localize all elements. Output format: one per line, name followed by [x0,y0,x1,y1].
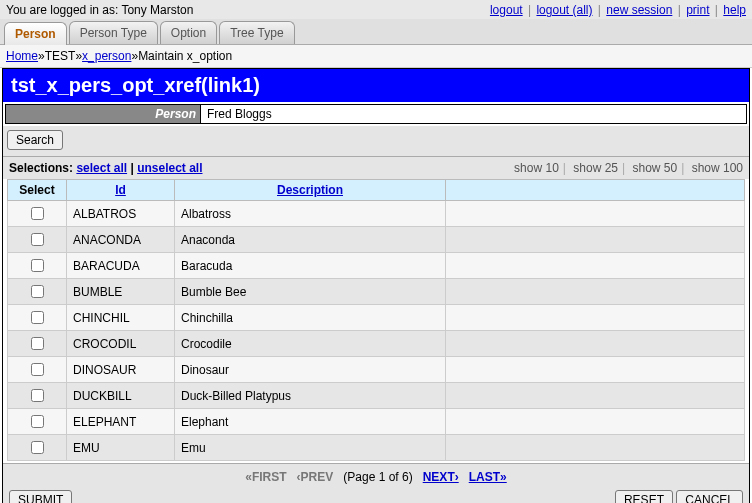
row-id: EMU [67,435,175,461]
row-extra [446,227,745,253]
pager-page: (Page 1 of 6) [343,470,412,484]
row-checkbox[interactable] [31,415,44,428]
table-row: DINOSAURDinosaur [8,357,745,383]
selections-label: Selections: [9,161,73,175]
show-25[interactable]: show 25 [573,161,618,175]
row-checkbox[interactable] [31,259,44,272]
row-id: BARACUDA [67,253,175,279]
table-row: CROCODILCrocodile [8,331,745,357]
reset-button[interactable]: RESET [615,490,673,503]
table-row: DUCKBILLDuck-Billed Platypus [8,383,745,409]
submit-button[interactable]: SUBMIT [9,490,72,503]
row-checkbox[interactable] [31,311,44,324]
table-row: ANACONDAAnaconda [8,227,745,253]
row-extra [446,253,745,279]
row-extra [446,331,745,357]
row-extra [446,409,745,435]
table-row: EMUEmu [8,435,745,461]
row-description: Albatross [175,201,446,227]
tab-option[interactable]: Option [160,21,217,44]
show-50[interactable]: show 50 [632,161,677,175]
breadcrumb: Home»TEST»x_person»Maintain x_option [0,45,752,68]
row-checkbox[interactable] [31,441,44,454]
person-label: Person [6,105,201,123]
show-100[interactable]: show 100 [692,161,743,175]
tab-person[interactable]: Person [4,22,67,45]
row-id: CHINCHIL [67,305,175,331]
row-checkbox[interactable] [31,285,44,298]
unselect-all-link[interactable]: unselect all [137,161,202,175]
help-link[interactable]: help [723,3,746,17]
pager: «FIRST ‹PREV (Page 1 of 6) NEXT› LAST» [3,463,749,486]
col-extra-header [446,180,745,201]
pager-next[interactable]: NEXT› [423,470,459,484]
row-id: DINOSAUR [67,357,175,383]
row-description: Crocodile [175,331,446,357]
row-extra [446,383,745,409]
row-checkbox[interactable] [31,337,44,350]
row-checkbox[interactable] [31,207,44,220]
row-checkbox[interactable] [31,233,44,246]
row-description: Elephant [175,409,446,435]
row-description: Bumble Bee [175,279,446,305]
row-id: DUCKBILL [67,383,175,409]
tab-person-type[interactable]: Person Type [69,21,158,44]
pager-prev: ‹PREV [297,470,334,484]
logout-all-link[interactable]: logout (all) [536,3,592,17]
row-extra [446,279,745,305]
table-row: BARACUDABaracuda [8,253,745,279]
logged-in-text: You are logged in as: Tony Marston [6,3,193,17]
row-description: Baracuda [175,253,446,279]
row-checkbox[interactable] [31,363,44,376]
row-id: ALBATROS [67,201,175,227]
col-id-header[interactable]: Id [115,183,126,197]
row-description: Dinosaur [175,357,446,383]
crumb-xperson[interactable]: x_person [82,49,131,63]
row-id: ANACONDA [67,227,175,253]
top-links: logout | logout (all) | new session | pr… [490,3,746,17]
row-extra [446,357,745,383]
col-select-header: Select [8,180,67,201]
person-value: Fred Bloggs [201,105,746,123]
tab-tree-type[interactable]: Tree Type [219,21,294,44]
row-extra [446,201,745,227]
row-description: Emu [175,435,446,461]
table-row: CHINCHILChinchilla [8,305,745,331]
table-row: BUMBLEBumble Bee [8,279,745,305]
logout-link[interactable]: logout [490,3,523,17]
row-id: BUMBLE [67,279,175,305]
row-id: CROCODIL [67,331,175,357]
row-extra [446,305,745,331]
crumb-home[interactable]: Home [6,49,38,63]
table-row: ELEPHANTElephant [8,409,745,435]
show-options: show 10| show 25| show 50| show 100 [514,161,743,175]
page-title: tst_x_pers_opt_xref(link1) [3,69,749,102]
row-description: Duck-Billed Platypus [175,383,446,409]
cancel-button[interactable]: CANCEL [676,490,743,503]
select-all-link[interactable]: select all [76,161,127,175]
row-description: Chinchilla [175,305,446,331]
pager-last[interactable]: LAST» [469,470,507,484]
pager-first: «FIRST [245,470,286,484]
row-checkbox[interactable] [31,389,44,402]
show-10[interactable]: show 10 [514,161,559,175]
search-button[interactable]: Search [7,130,63,150]
print-link[interactable]: print [686,3,709,17]
row-description: Anaconda [175,227,446,253]
col-desc-header[interactable]: Description [277,183,343,197]
new-session-link[interactable]: new session [606,3,672,17]
table-row: ALBATROSAlbatross [8,201,745,227]
row-id: ELEPHANT [67,409,175,435]
row-extra [446,435,745,461]
